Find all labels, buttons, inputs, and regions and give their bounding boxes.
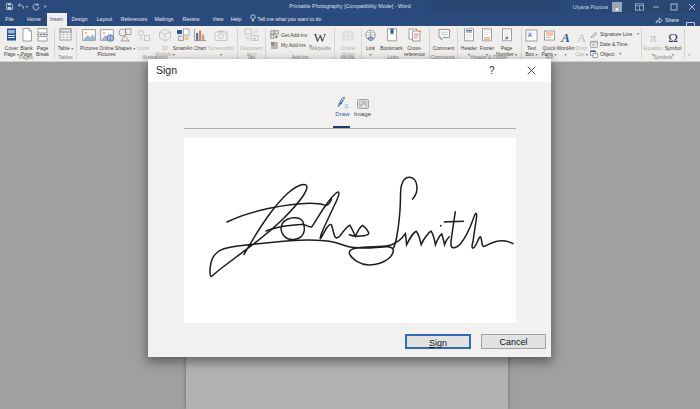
svg-text:A: A — [528, 32, 532, 38]
